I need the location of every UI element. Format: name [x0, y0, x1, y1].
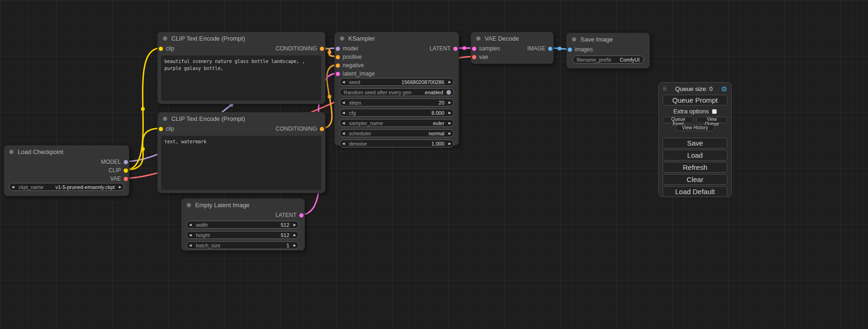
widget-batch-size[interactable]: ◀ batch_size 1 ▶	[186, 241, 299, 249]
decrement-arrow-icon[interactable]: ◀	[189, 223, 191, 226]
widget-height[interactable]: ◀ height 512 ▶	[186, 231, 299, 239]
increment-arrow-icon[interactable]: ▶	[449, 111, 451, 114]
node-title-bar[interactable]: CLIP Text Encode (Prompt)	[158, 32, 325, 44]
view-queue-button[interactable]: View Queue	[696, 117, 727, 123]
input-port-vae[interactable]: vae	[472, 53, 488, 61]
decrement-arrow-icon[interactable]: ◀	[189, 244, 191, 247]
increment-arrow-icon[interactable]: ▶	[294, 233, 296, 237]
load-button[interactable]: Load	[663, 150, 727, 161]
port-dot-latent[interactable]	[336, 72, 340, 76]
increment-arrow-icon[interactable]: ▶	[449, 121, 451, 125]
decrement-arrow-icon[interactable]: ◀	[342, 111, 345, 114]
port-dot-latent[interactable]	[472, 47, 476, 51]
port-dot-clip[interactable]	[159, 47, 163, 51]
refresh-button[interactable]: Refresh	[663, 162, 727, 173]
widget-filename-prefix[interactable]: filename_prefix ComfyUI	[572, 56, 644, 63]
port-dot-conditioning[interactable]	[320, 47, 324, 51]
port-dot-image[interactable]	[548, 47, 552, 51]
queue-prompt-button[interactable]: Queue Prompt	[663, 95, 727, 105]
increment-arrow-icon[interactable]: ▶	[449, 142, 451, 145]
widget-steps[interactable]: ◀ steps 20 ▶	[339, 98, 454, 106]
widget-sampler-name[interactable]: ◀ sampler_name euler ▶	[339, 119, 454, 127]
decrement-arrow-icon[interactable]: ◀	[189, 233, 191, 237]
output-port-latent[interactable]: LATENT	[275, 211, 303, 219]
input-port-latent-image[interactable]: latent_image	[336, 70, 375, 78]
output-port-conditioning[interactable]: CONDITIONING	[275, 44, 324, 53]
positive-prompt-textarea[interactable]: beautiful scenery nature glass bottle la…	[161, 56, 321, 101]
widget-width[interactable]: ◀ width 512 ▶	[186, 221, 299, 229]
node-status-dot[interactable]	[476, 36, 480, 41]
widget-random-seed-toggle[interactable]: Random seed after every gen enabled	[339, 88, 454, 96]
port-dot-conditioning[interactable]	[336, 63, 340, 68]
port-dot-clip[interactable]	[124, 168, 128, 173]
node-title-bar[interactable]: CLIP Text Encode (Prompt)	[158, 112, 325, 125]
node-clip-text-encode-positive[interactable]: CLIP Text Encode (Prompt) clip CONDITION…	[157, 32, 325, 104]
widget-ckpt-name[interactable]: ◀ ckpt_name v1-5-pruned-emaonly.ckpt ▶	[9, 183, 124, 191]
output-port-latent[interactable]: LATENT	[430, 44, 458, 53]
input-port-positive[interactable]: positive	[336, 53, 362, 61]
decrement-arrow-icon[interactable]: ◀	[342, 101, 345, 104]
input-port-images[interactable]: images	[568, 45, 593, 54]
node-ksampler[interactable]: KSampler model LATENT positive negative	[334, 32, 459, 146]
load-default-button[interactable]: Load Default	[663, 186, 727, 197]
node-status-dot[interactable]	[9, 150, 14, 154]
port-dot-vae[interactable]	[124, 177, 128, 181]
node-save-image[interactable]: Save Image images filename_prefix ComfyU…	[566, 33, 650, 69]
port-dot-vae[interactable]	[472, 55, 476, 59]
port-dot-latent[interactable]	[299, 213, 303, 217]
node-graph-canvas[interactable]: Load Checkpoint MODEL CLIP VAE ◀ ckpt_na…	[0, 0, 868, 329]
port-dot-conditioning[interactable]	[320, 127, 324, 131]
increment-arrow-icon[interactable]: ▶	[449, 101, 451, 104]
input-port-clip[interactable]: clip	[159, 44, 174, 53]
port-dot-image[interactable]	[568, 48, 572, 52]
increment-arrow-icon[interactable]: ▶	[449, 132, 451, 135]
port-dot-model[interactable]	[336, 47, 340, 51]
node-title-bar[interactable]: VAE Decode	[471, 32, 553, 44]
view-history-button[interactable]: View History	[675, 125, 715, 131]
save-button[interactable]: Save	[663, 138, 727, 148]
node-status-dot[interactable]	[187, 203, 191, 207]
input-port-clip[interactable]: clip	[159, 125, 174, 133]
node-title-bar[interactable]: Empty Latent Image	[182, 199, 304, 211]
node-status-dot[interactable]	[572, 37, 576, 42]
input-port-samples[interactable]: samples	[472, 44, 500, 53]
port-dot-latent[interactable]	[453, 47, 458, 51]
drag-handle-icon[interactable]: ⠿	[663, 86, 667, 92]
increment-arrow-icon[interactable]: ▶	[119, 185, 121, 189]
node-empty-latent-image[interactable]: Empty Latent Image LATENT ◀ width 512 ▶ …	[181, 198, 305, 251]
output-port-clip[interactable]: CLIP	[108, 166, 128, 175]
input-port-negative[interactable]: negative	[336, 61, 364, 70]
decrement-arrow-icon[interactable]: ◀	[342, 142, 345, 145]
node-title-bar[interactable]: KSampler	[335, 32, 459, 44]
widget-denoise[interactable]: ◀ denoise 1.000 ▶	[339, 140, 454, 147]
clear-button[interactable]: Clear	[663, 174, 727, 185]
node-title-bar[interactable]: Load Checkpoint	[4, 146, 129, 158]
port-dot-model[interactable]	[124, 160, 128, 164]
decrement-arrow-icon[interactable]: ◀	[342, 132, 345, 135]
output-port-vae[interactable]: VAE	[110, 175, 128, 183]
output-port-conditioning[interactable]: CONDITIONING	[275, 125, 324, 133]
port-dot-conditioning[interactable]	[336, 55, 340, 59]
queue-front-button[interactable]: Queue Front	[663, 117, 694, 123]
node-status-dot[interactable]	[163, 36, 167, 41]
node-load-checkpoint[interactable]: Load Checkpoint MODEL CLIP VAE ◀ ckpt_na…	[4, 145, 129, 196]
output-port-model[interactable]: MODEL	[101, 158, 128, 166]
node-vae-decode[interactable]: VAE Decode samples IMAGE vae	[471, 32, 554, 64]
widget-seed[interactable]: ◀ seed 156680208700286 ▶	[339, 78, 454, 86]
increment-arrow-icon[interactable]: ▶	[294, 244, 296, 247]
port-dot-clip[interactable]	[159, 127, 163, 131]
input-port-model[interactable]: model	[336, 44, 358, 53]
node-title-bar[interactable]: Save Image	[567, 33, 649, 45]
decrement-arrow-icon[interactable]: ◀	[342, 121, 345, 125]
node-status-dot[interactable]	[340, 36, 344, 41]
negative-prompt-textarea[interactable]: text, watermark	[161, 136, 321, 190]
extra-options-checkbox[interactable]	[712, 109, 717, 114]
node-status-dot[interactable]	[163, 117, 167, 121]
node-clip-text-encode-negative[interactable]: CLIP Text Encode (Prompt) clip CONDITION…	[157, 112, 325, 193]
decrement-arrow-icon[interactable]: ◀	[342, 80, 345, 84]
widget-cfg[interactable]: ◀ cfg 8.000 ▶	[339, 109, 454, 117]
output-port-image[interactable]: IMAGE	[527, 44, 552, 53]
settings-gear-icon[interactable]: ⚙	[721, 85, 727, 92]
decrement-arrow-icon[interactable]: ◀	[12, 185, 14, 189]
increment-arrow-icon[interactable]: ▶	[294, 223, 296, 226]
